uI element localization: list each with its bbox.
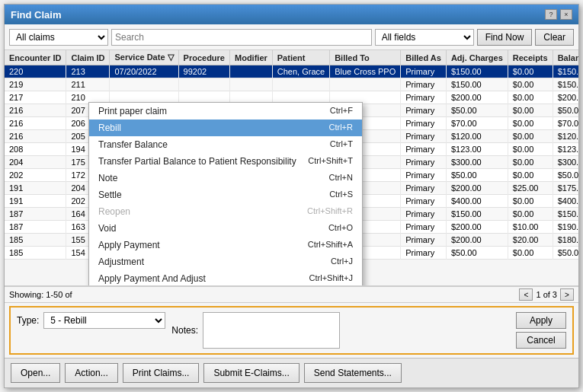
table-row[interactable]: 219211Primary$150.00$0.00$150.00	[5, 78, 578, 91]
table-cell	[230, 65, 273, 78]
table-cell: Primary	[401, 104, 447, 117]
table-cell: 185	[5, 247, 66, 260]
table-cell: 216	[5, 104, 66, 117]
table-cell: $70.00	[446, 117, 508, 130]
table-cell: 191	[5, 195, 66, 208]
table-cell: 99202	[178, 65, 229, 78]
table-cell: $20.00	[508, 234, 553, 247]
col-billed-to[interactable]: Billed To	[330, 50, 401, 65]
context-menu: Print paper claimCtrl+FRebillCtrl+RTrans…	[88, 102, 363, 286]
notes-label: Notes:	[171, 325, 198, 336]
context-menu-item-shortcut: Ctrl+Shift+A	[308, 240, 353, 250]
table-cell: $123.00	[446, 143, 508, 156]
context-menu-item[interactable]: Transfer Partial Balance to Patient Resp…	[89, 153, 362, 170]
table-cell: $0.00	[508, 117, 553, 130]
table-cell: $123.00	[553, 143, 578, 156]
claims-table-container[interactable]: Encounter ID Claim ID Service Date ▽ Pro…	[5, 50, 578, 286]
context-menu-item-shortcut: Ctrl+Shift+J	[309, 273, 353, 284]
table-cell: 187	[5, 208, 66, 221]
context-menu-item[interactable]: ReopenCtrl+Shift+R	[89, 203, 362, 220]
clear-button[interactable]: Clear	[535, 29, 574, 46]
col-procedure[interactable]: Procedure	[178, 50, 229, 65]
claims-select[interactable]: All claims	[9, 29, 108, 46]
table-cell	[110, 78, 178, 91]
context-menu-item-shortcut: Ctrl+S	[329, 190, 353, 200]
table-cell: $0.00	[508, 169, 553, 182]
notes-textarea[interactable]	[203, 312, 340, 349]
table-cell: $50.00	[553, 169, 578, 182]
table-row[interactable]: 22021307/20/202299202Chen, GraceBlue Cro…	[5, 65, 578, 78]
table-cell: $400.00	[446, 195, 508, 208]
context-menu-item[interactable]: Apply PaymentCtrl+Shift+A	[89, 237, 362, 253]
table-cell: 220	[5, 65, 66, 78]
table-cell: $400.00	[553, 195, 578, 208]
table-header-row: Encounter ID Claim ID Service Date ▽ Pro…	[5, 50, 578, 65]
help-button[interactable]: ?	[545, 9, 557, 20]
context-menu-item[interactable]: Apply Payment And AdjustCtrl+Shift+J	[89, 270, 362, 286]
page-info: 1 of 3	[536, 290, 557, 299]
print-claims----button[interactable]: Print Claims...	[123, 363, 200, 383]
context-menu-item[interactable]: AdjustmentCtrl+J	[89, 253, 362, 270]
col-adj-charges[interactable]: Adj. Charges	[446, 50, 508, 65]
table-cell: $0.00	[508, 156, 553, 169]
table-cell: 213	[66, 65, 110, 78]
table-cell: $0.00	[508, 65, 553, 78]
search-input[interactable]	[111, 29, 372, 46]
send-statements----button[interactable]: Send Statements...	[304, 363, 402, 383]
table-cell: Blue Cross PPO	[330, 65, 401, 78]
context-menu-item[interactable]: Transfer BalanceCtrl+T	[89, 136, 362, 153]
table-cell: $200.00	[446, 234, 508, 247]
context-menu-item-shortcut: Ctrl+T	[330, 139, 353, 150]
context-menu-item-shortcut: Ctrl+O	[328, 223, 353, 234]
table-cell: 208	[5, 143, 66, 156]
col-encounter-id[interactable]: Encounter ID	[5, 50, 66, 65]
content-area: Encounter ID Claim ID Service Date ▽ Pro…	[5, 50, 578, 358]
col-billed-as[interactable]: Billed As	[401, 50, 447, 65]
fields-select[interactable]: All fields	[375, 29, 474, 46]
col-receipts[interactable]: Receipts	[508, 50, 553, 65]
table-cell: Primary	[401, 156, 447, 169]
col-patient[interactable]: Patient	[272, 50, 329, 65]
submit-e-claims----button[interactable]: Submit E-Claims...	[203, 363, 299, 383]
table-cell: 202	[5, 169, 66, 182]
context-menu-item[interactable]: RebillCtrl+R	[89, 120, 362, 136]
col-balance[interactable]: Balance	[553, 50, 578, 65]
cancel-button[interactable]: Cancel	[516, 332, 566, 349]
action-buttons: Apply Cancel	[516, 312, 566, 349]
context-menu-item-label: Print paper claim	[98, 106, 167, 116]
table-cell: $200.00	[446, 91, 508, 104]
col-claim-id[interactable]: Claim ID	[66, 50, 110, 65]
next-page-button[interactable]: >	[560, 288, 574, 301]
action-notes-section: Notes:	[171, 312, 510, 349]
context-menu-item-shortcut: Ctrl+Shift+T	[308, 156, 353, 167]
action-type-section: Type: 5 - Rebill	[17, 312, 165, 329]
table-cell: 187	[5, 221, 66, 234]
action----button[interactable]: Action...	[65, 363, 117, 383]
table-cell: $70.00	[553, 117, 578, 130]
context-menu-item[interactable]: SettleCtrl+S	[89, 186, 362, 203]
type-select[interactable]: 5 - Rebill	[43, 312, 165, 329]
table-cell: $180.00	[553, 234, 578, 247]
context-menu-item[interactable]: NoteCtrl+N	[89, 170, 362, 186]
table-cell: $120.00	[446, 130, 508, 143]
table-cell: $50.00	[446, 169, 508, 182]
prev-page-button[interactable]: <	[519, 288, 533, 301]
bottom-toolbar: Open...Action...Print Claims...Submit E-…	[5, 358, 578, 387]
close-button[interactable]: ×	[560, 9, 572, 20]
context-menu-item[interactable]: VoidCtrl+O	[89, 220, 362, 237]
table-cell: $200.00	[446, 182, 508, 195]
table-cell: 217	[5, 91, 66, 104]
find-now-button[interactable]: Find Now	[477, 29, 533, 46]
context-menu-item[interactable]: Print paper claimCtrl+F	[89, 103, 362, 120]
table-cell: $0.00	[508, 247, 553, 260]
open----button[interactable]: Open...	[11, 363, 60, 383]
table-cell: Primary	[401, 195, 447, 208]
table-cell: Chen, Grace	[272, 65, 329, 78]
context-menu-item-shortcut: Ctrl+N	[329, 173, 353, 183]
table-cell: Primary	[401, 234, 447, 247]
col-modifier[interactable]: Modifier	[230, 50, 273, 65]
col-service-date[interactable]: Service Date ▽	[110, 50, 178, 65]
type-label: Type:	[17, 315, 39, 326]
apply-button[interactable]: Apply	[516, 312, 566, 329]
table-cell: 204	[5, 156, 66, 169]
